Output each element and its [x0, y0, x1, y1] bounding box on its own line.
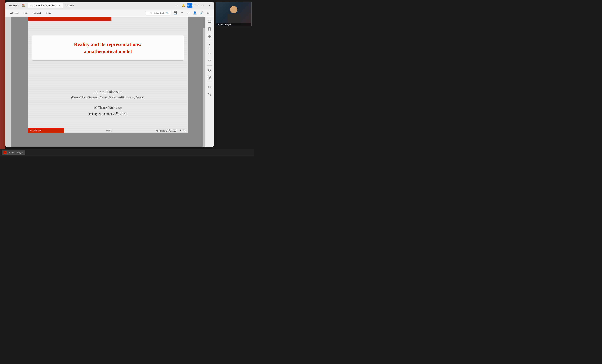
person-head [230, 6, 237, 13]
window-controls: ? 🔔 Sign in — □ × [174, 3, 212, 8]
grid-view-button[interactable] [206, 33, 213, 40]
svg-rect-1 [208, 35, 209, 36]
mail-button[interactable]: ✉ [205, 10, 211, 16]
slide-event: AI Theory Workshop [28, 106, 187, 110]
upload-button[interactable]: ⬆ [179, 10, 185, 16]
maximize-button[interactable]: □ [200, 3, 205, 8]
slide-footer: L. Lafforgue Reality November 24th, 2023… [28, 128, 187, 133]
slide-date: Friday November 24th, 2023 [28, 111, 187, 116]
content-area: Reality and its representations: a mathe… [5, 17, 214, 147]
title-line-1: Reality and its representations: [74, 42, 141, 47]
find-text-label: Find text or tools [148, 11, 165, 14]
plus-icon: + [65, 4, 67, 7]
footer-author-text: L. Lafforgue [30, 129, 41, 132]
title-line-2: a mathematical model [84, 49, 132, 54]
tab-title: Expose_Lafforgue_AI-T... [33, 4, 57, 7]
convert-button[interactable]: Convert [31, 11, 43, 15]
help-button[interactable]: ? [174, 3, 179, 8]
taskbar-item-label: Laurent Lafforgue [8, 151, 23, 154]
minimize-button[interactable]: — [194, 3, 199, 8]
webcam-overlay: Laurent Lafforgue [215, 2, 252, 26]
title-bar: Menu 🏠 ☆ Expose_Lafforgue_AI-T... × + Cr… [5, 2, 214, 9]
save-button[interactable]: 💾 [172, 10, 178, 16]
scrollbar-thumb[interactable] [203, 17, 205, 28]
person-body [227, 14, 240, 24]
taskbar-app-icon: A [4, 151, 7, 154]
sign-in-button[interactable]: Sign in [187, 3, 192, 8]
scrollbar-track[interactable] [203, 17, 205, 147]
menu-button[interactable]: Menu [7, 3, 20, 7]
slide-author: Laurent Lafforgue [28, 89, 187, 94]
edit-button[interactable]: Edit [22, 11, 29, 15]
user-account-button[interactable]: 👤 [192, 10, 198, 16]
slide-title-box: Reality and its representations: a mathe… [32, 35, 184, 61]
close-button[interactable]: × [207, 3, 212, 8]
footer-author: L. Lafforgue [28, 128, 64, 133]
zoom-out-button[interactable] [206, 91, 213, 98]
date-sup: th [116, 111, 118, 114]
create-label: Create [67, 4, 74, 7]
svg-rect-3 [208, 36, 209, 38]
find-search-bar[interactable]: Find text or tools 🔍 [146, 11, 171, 15]
webcam-video [216, 2, 251, 26]
right-sidebar: 1 11 [205, 17, 214, 147]
toolbar-action-icons: 💾 ⬆ 🖨 👤 🔗 ✉ [172, 10, 211, 16]
total-pages: 11 [208, 47, 210, 49]
print-button[interactable]: 🖨 [185, 10, 191, 16]
pdf-slide: Reality and its representations: a mathe… [28, 17, 187, 133]
page-down-button[interactable] [206, 57, 213, 64]
tab-bar: ☆ Expose_Lafforgue_AI-T... × + Create [28, 3, 173, 8]
all-tools-button[interactable]: All tools [8, 11, 20, 15]
pdf-viewer[interactable]: Reality and its representations: a mathe… [11, 17, 205, 147]
bookmarks-button[interactable] [206, 26, 213, 32]
webcam-label: Laurent Lafforgue [216, 23, 251, 26]
search-icon: 🔍 [166, 11, 169, 14]
left-edge-decoration [0, 0, 5, 149]
left-bar [5, 17, 11, 147]
svg-rect-0 [208, 20, 211, 22]
date-year: , 2023 [118, 112, 127, 116]
hamburger-icon [9, 5, 11, 6]
footer-page: 1 / 11 [180, 129, 185, 132]
taskbar-item[interactable]: A Laurent Lafforgue [2, 150, 25, 155]
browser-window: Menu 🏠 ☆ Expose_Lafforgue_AI-T... × + Cr… [5, 2, 214, 147]
slide-affiliation: (Huawei Paris Research Center, Boulogne-… [28, 96, 187, 99]
home-button[interactable]: 🏠 [21, 3, 26, 8]
toolbar: All tools Edit Convert Sign Find text or… [5, 9, 214, 17]
active-tab[interactable]: ☆ Expose_Lafforgue_AI-T... × [28, 3, 63, 8]
link-button[interactable]: 🔗 [199, 10, 204, 16]
notifications-button[interactable]: 🔔 [181, 3, 186, 8]
date-prefix: Friday November 24 [89, 112, 116, 116]
footer-right: November 24th, 2023 1 / 11 [153, 129, 187, 132]
tab-star-icon: ☆ [30, 4, 32, 7]
svg-rect-2 [210, 35, 211, 36]
taskbar: A Laurent Lafforgue [0, 149, 254, 156]
slide-main-title: Reality and its representations: a mathe… [39, 41, 176, 55]
footer-topic: Reality [64, 129, 153, 132]
page-up-button[interactable] [206, 50, 213, 57]
tab-close-button[interactable]: × [59, 4, 61, 7]
person-silhouette [227, 6, 240, 24]
comments-button[interactable] [206, 19, 213, 25]
document-properties-button[interactable] [206, 74, 213, 81]
current-page-number: 1 [209, 43, 210, 46]
menu-label: Menu [12, 4, 18, 7]
svg-rect-4 [210, 36, 211, 38]
footer-date: November 24th, 2023 [156, 129, 176, 132]
new-tab-button[interactable]: + Create [64, 3, 76, 7]
slide-top-red-bar [28, 17, 111, 21]
zoom-in-button[interactable] [206, 84, 213, 90]
sign-button[interactable]: Sign [44, 11, 52, 15]
rotate-button[interactable] [206, 67, 213, 74]
